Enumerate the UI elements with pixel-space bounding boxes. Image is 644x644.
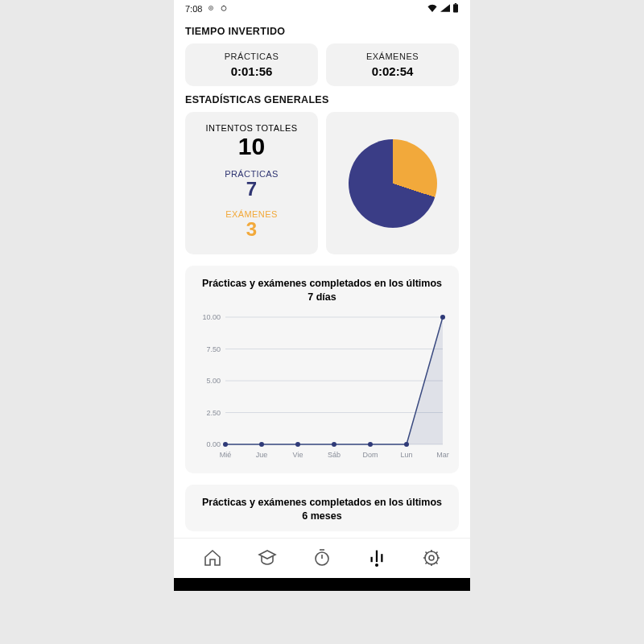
chart-title-6months: Prácticas y exámenes completados en los … [201, 496, 443, 523]
svg-point-22 [223, 442, 228, 447]
svg-rect-4 [455, 3, 456, 4]
svg-text:Mar: Mar [436, 451, 449, 459]
card-pie-chart [326, 112, 459, 254]
signal-icon [440, 4, 450, 14]
chart-title-7days: Prácticas y exámenes completados en los … [201, 277, 443, 304]
svg-text:Dom: Dom [362, 451, 378, 459]
wifi-icon [427, 4, 438, 14]
status-icon [207, 4, 215, 14]
total-attempts-value: 10 [190, 133, 313, 161]
svg-text:7.50: 7.50 [206, 345, 221, 353]
line-chart-7days: 0.002.505.007.5010.00MiéJueVieSábDomLunM… [193, 309, 451, 462]
svg-point-0 [211, 7, 213, 9]
section-title-time: TIEMPO INVERTIDO [185, 26, 459, 37]
nav-courses-button[interactable] [256, 547, 279, 569]
pie-chart [349, 139, 437, 228]
svg-text:5.00: 5.00 [206, 377, 221, 385]
practices-value: 7 [190, 179, 313, 200]
status-bar: 7:08 [174, 0, 470, 18]
svg-text:0.00: 0.00 [206, 440, 221, 448]
bottom-nav [174, 538, 470, 578]
nav-active-indicator [375, 564, 378, 567]
card-label: EXÁMENES [331, 52, 454, 61]
svg-point-25 [332, 442, 336, 447]
svg-point-24 [295, 442, 300, 447]
nav-stats-button[interactable] [365, 547, 388, 569]
svg-line-42 [436, 552, 437, 554]
svg-line-40 [436, 562, 437, 564]
svg-point-23 [259, 442, 264, 447]
card-value: 0:01:56 [190, 64, 313, 78]
svg-line-41 [426, 562, 427, 564]
nav-settings-button[interactable] [420, 547, 443, 569]
card-exams-time: EXÁMENES 0:02:54 [326, 43, 459, 86]
svg-rect-3 [453, 4, 458, 12]
total-attempts-label: INTENTOS TOTALES [190, 123, 313, 133]
svg-point-27 [404, 442, 409, 447]
nav-home-button[interactable] [201, 547, 224, 569]
practices-label: PRÁCTICAS [190, 169, 313, 179]
svg-line-39 [426, 552, 427, 554]
svg-text:Jue: Jue [256, 451, 268, 459]
svg-text:Mié: Mié [220, 451, 232, 459]
exams-value: 3 [190, 219, 313, 240]
card-chart-7days: Prácticas y exámenes completados en los … [185, 266, 459, 473]
card-practices-time: PRÁCTICAS 0:01:56 [185, 43, 318, 86]
svg-text:Lun: Lun [400, 451, 412, 459]
phone-frame: 7:08 TIEMPO INVERTIDO PRÁCTICAS [174, 0, 470, 591]
android-nav-bar [174, 578, 470, 591]
svg-text:10.00: 10.00 [202, 313, 221, 321]
status-time: 7:08 [185, 4, 202, 14]
card-label: PRÁCTICAS [190, 52, 313, 61]
svg-text:Sáb: Sáb [328, 451, 341, 459]
section-title-stats: ESTADÍSTICAS GENERALES [185, 94, 459, 105]
svg-point-34 [429, 555, 434, 560]
svg-text:Vie: Vie [293, 451, 303, 459]
svg-point-28 [440, 315, 445, 320]
card-chart-6months: Prácticas y exámenes completados en los … [185, 485, 459, 531]
battery-icon [452, 3, 459, 14]
svg-point-26 [368, 442, 373, 447]
card-attempts-breakdown: INTENTOS TOTALES 10 PRÁCTICAS 7 EXÁMENES… [185, 112, 318, 254]
svg-text:2.50: 2.50 [206, 409, 221, 417]
nav-timer-button[interactable] [311, 547, 333, 569]
card-value: 0:02:54 [331, 64, 454, 78]
svg-point-2 [222, 6, 227, 11]
status-icon-2 [220, 4, 228, 14]
